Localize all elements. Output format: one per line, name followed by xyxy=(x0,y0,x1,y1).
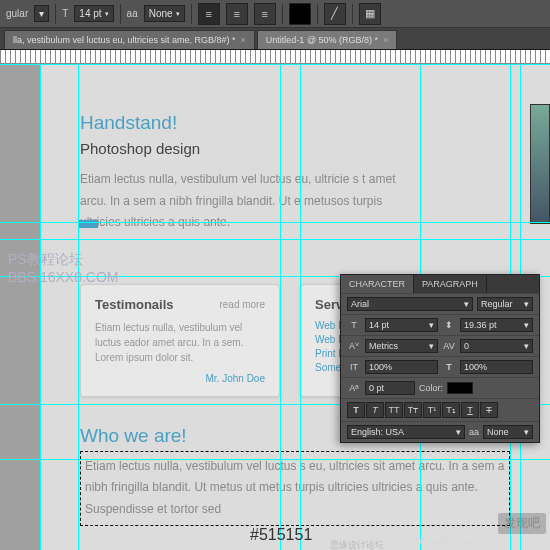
text-selection-box[interactable]: Etiam lectus nulla, vestibulum vel luctu… xyxy=(80,451,510,526)
document-tabs: lla, vestibulum vel luctus eu, ultricies… xyxy=(0,28,550,50)
kerning-field[interactable]: Metrics▾ xyxy=(365,339,438,353)
text-color-button[interactable] xyxy=(289,3,311,25)
language-dropdown[interactable]: English: USA▾ xyxy=(347,425,465,439)
doc-tab-2[interactable]: Untitled-1 @ 50% (RGB/8) *× xyxy=(257,30,397,49)
subscript-button[interactable]: T₁ xyxy=(442,402,460,418)
card-title: Testimonails xyxy=(95,297,174,312)
body-paragraph: Etiam lectus nulla, vestibulum vel luctu… xyxy=(80,169,420,234)
image-strip xyxy=(530,104,550,224)
heading-2: Photoshop design xyxy=(80,140,510,157)
smallcaps-button[interactable]: Tᴛ xyxy=(404,402,422,418)
doc-tab-1[interactable]: lla, vestibulum vel luctus eu, ultricies… xyxy=(4,30,255,49)
character-panel[interactable]: CHARACTER PARAGRAPH Arial▾ Regular▾ T 14… xyxy=(340,274,540,443)
hscale-icon: T xyxy=(442,362,456,372)
leading-icon: ⬍ xyxy=(442,320,456,330)
aa-label: aa xyxy=(127,8,138,19)
leading-field[interactable]: 19.36 pt▾ xyxy=(460,318,533,332)
font-style-dropdown[interactable]: ▾ xyxy=(34,5,49,22)
vscale-field[interactable]: 100% xyxy=(365,360,438,374)
hex-annotation: #515151 xyxy=(250,526,312,544)
canvas[interactable]: Handstand! Photoshop design Etiam lectus… xyxy=(0,64,550,550)
font-family-dropdown[interactable]: Arial▾ xyxy=(347,297,473,311)
tab-paragraph[interactable]: PARAGRAPH xyxy=(414,275,487,293)
selection-marker[interactable] xyxy=(78,220,98,228)
superscript-button[interactable]: T¹ xyxy=(423,402,441,418)
watermark: PS教程论坛BBS.16XX8.COM xyxy=(8,250,119,286)
card-author: Mr. John Doe xyxy=(95,373,265,384)
watermark: WWW.MISSYUAN.COM xyxy=(402,536,500,546)
fontsize-icon: T xyxy=(62,8,68,19)
aa-dropdown[interactable]: None▾ xyxy=(483,425,533,439)
bold-button[interactable]: T xyxy=(347,402,365,418)
testimonials-card: Testimonails read more Etiam lectus null… xyxy=(80,284,280,397)
warp-text-button[interactable]: ╱ xyxy=(324,3,346,25)
heading-1: Handstand! xyxy=(80,112,510,134)
card-body: Etiam lectus nulla, vestibulum vel luctu… xyxy=(95,320,265,365)
fontsize-dropdown[interactable]: 14 pt▾ xyxy=(74,5,113,22)
who-body: Etiam lectus nulla, vestibulum vel luctu… xyxy=(85,456,505,521)
hscale-field[interactable]: 100% xyxy=(460,360,533,374)
watermark: 思缘设计论坛 xyxy=(330,539,384,550)
fontsize-field[interactable]: 14 pt▾ xyxy=(365,318,438,332)
aa-dropdown[interactable]: None▾ xyxy=(144,5,185,22)
underline-button[interactable]: T xyxy=(461,402,479,418)
tracking-field[interactable]: 0▾ xyxy=(460,339,533,353)
baseline-icon: Aª xyxy=(347,383,361,393)
fontsize-icon: T xyxy=(347,320,361,330)
color-label: Color: xyxy=(419,383,443,393)
tracking-icon: AV xyxy=(442,341,456,351)
tab-character[interactable]: CHARACTER xyxy=(341,275,414,293)
aa-label: aa xyxy=(469,427,479,437)
close-icon[interactable]: × xyxy=(383,35,388,45)
options-bar: gular ▾ T 14 pt▾ aa None▾ ≡ ≡ ≡ ╱ ▦ xyxy=(0,0,550,28)
allcaps-button[interactable]: TT xyxy=(385,402,403,418)
italic-button[interactable]: T xyxy=(366,402,384,418)
baseline-field[interactable]: 0 pt xyxy=(365,381,415,395)
align-center-button[interactable]: ≡ xyxy=(226,3,248,25)
watermark: 发现吧 xyxy=(498,513,546,534)
close-icon[interactable]: × xyxy=(241,35,246,45)
char-panel-button[interactable]: ▦ xyxy=(359,3,381,25)
strikethrough-button[interactable]: T xyxy=(480,402,498,418)
read-more-link[interactable]: read more xyxy=(219,299,265,310)
ruler-horizontal[interactable] xyxy=(0,50,550,64)
vscale-icon: IT xyxy=(347,362,361,372)
font-style-label: gular xyxy=(6,8,28,19)
kerning-icon: Aⱽ xyxy=(347,341,361,351)
text-color-swatch[interactable] xyxy=(447,382,473,394)
align-left-button[interactable]: ≡ xyxy=(198,3,220,25)
align-right-button[interactable]: ≡ xyxy=(254,3,276,25)
font-style-dropdown[interactable]: Regular▾ xyxy=(477,297,533,311)
